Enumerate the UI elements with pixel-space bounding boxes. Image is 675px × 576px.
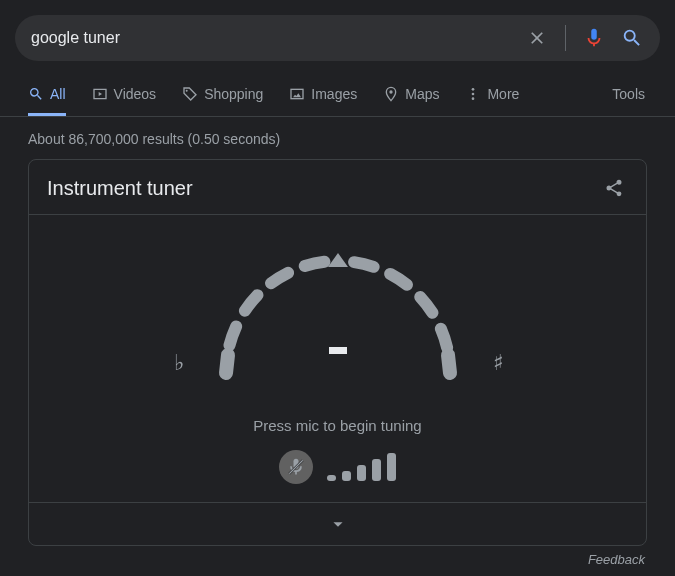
tab-label: Videos (114, 86, 157, 102)
tab-videos[interactable]: Videos (92, 71, 157, 116)
tab-label: All (50, 86, 66, 102)
tab-shopping[interactable]: Shopping (182, 71, 263, 116)
tuner-gauge: ♭ ♯ (178, 245, 498, 395)
svg-point-0 (186, 89, 188, 91)
mic-button[interactable] (279, 450, 313, 484)
svg-marker-6 (328, 253, 348, 267)
tabs-bar: All Videos Shopping Images Maps More Too… (0, 71, 675, 117)
tab-maps[interactable]: Maps (383, 71, 439, 116)
tab-more[interactable]: More (465, 71, 519, 116)
search-bar (15, 15, 660, 61)
tuner-card: Instrument tuner ♭ ♯ Press mic to begin … (28, 159, 647, 546)
tag-icon (182, 86, 198, 102)
svg-point-4 (472, 92, 475, 95)
tuner-prompt: Press mic to begin tuning (253, 417, 421, 434)
svg-line-7 (226, 355, 228, 373)
voice-search-icon[interactable] (582, 26, 606, 50)
svg-point-2 (390, 90, 393, 93)
video-icon (92, 86, 108, 102)
image-icon (289, 86, 305, 102)
card-title: Instrument tuner (47, 177, 193, 200)
center-indicator (329, 347, 347, 354)
card-header: Instrument tuner (29, 160, 646, 215)
pin-icon (383, 86, 399, 102)
tab-images[interactable]: Images (289, 71, 357, 116)
svg-point-3 (472, 88, 475, 91)
flat-symbol: ♭ (174, 350, 184, 376)
tab-label: Maps (405, 86, 439, 102)
tab-label: Shopping (204, 86, 263, 102)
feedback-link[interactable]: Feedback (0, 546, 675, 567)
expand-button[interactable] (29, 503, 646, 545)
sharp-symbol: ♯ (493, 350, 504, 376)
search-input[interactable] (31, 29, 525, 47)
results-stats: About 86,700,000 results (0.50 seconds) (0, 117, 675, 159)
tools-link[interactable]: Tools (612, 86, 645, 102)
clear-icon[interactable] (525, 26, 549, 50)
search-small-icon (28, 86, 44, 102)
chevron-down-icon (327, 513, 349, 535)
mic-row (279, 450, 396, 484)
share-icon[interactable] (602, 176, 626, 200)
volume-bars (327, 453, 396, 481)
tab-label: Images (311, 86, 357, 102)
divider (565, 25, 566, 51)
more-icon (465, 86, 481, 102)
tab-all[interactable]: All (28, 71, 66, 116)
tuner-body: ♭ ♯ Press mic to begin tuning (29, 215, 646, 503)
svg-line-8 (448, 355, 450, 373)
svg-point-5 (472, 97, 475, 100)
tab-label: More (487, 86, 519, 102)
search-icon[interactable] (620, 26, 644, 50)
